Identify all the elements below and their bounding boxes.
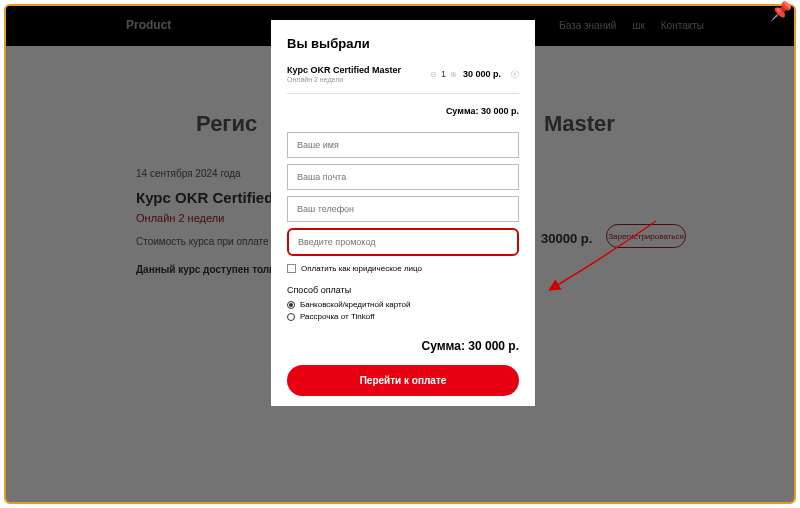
qty-plus-icon[interactable]: ⊕ bbox=[450, 70, 457, 79]
product-subtitle: Онлайн 2 недели bbox=[287, 76, 424, 83]
screenshot-frame: Product База знаний шк Контакты Регис Ma… bbox=[4, 4, 796, 504]
remove-icon[interactable]: ⓧ bbox=[511, 69, 519, 80]
qty-value: 1 bbox=[441, 69, 446, 79]
product-price: 30 000 р. bbox=[463, 69, 501, 79]
radio-icon[interactable] bbox=[287, 301, 295, 309]
modal-title: Вы выбрали bbox=[287, 36, 519, 51]
radio-label: Рассрочка от Tinkoff bbox=[300, 312, 374, 321]
payment-method-label: Способ оплаты bbox=[287, 285, 519, 295]
legal-entity-checkbox-row[interactable]: Оплатить как юридическое лицо bbox=[287, 264, 519, 273]
payment-option-card[interactable]: Банковской/кредитной картой bbox=[287, 300, 519, 309]
promo-input[interactable] bbox=[287, 228, 519, 256]
product-row: Курс OKR Certified Master Онлайн 2 недел… bbox=[287, 65, 519, 94]
total-sum: Сумма: 30 000 р. bbox=[287, 339, 519, 353]
quantity-control: ⊖ 1 ⊕ bbox=[430, 69, 457, 79]
radio-label: Банковской/кредитной картой bbox=[300, 300, 411, 309]
email-input[interactable] bbox=[287, 164, 519, 190]
name-input[interactable] bbox=[287, 132, 519, 158]
subtotal: Сумма: 30 000 р. bbox=[287, 106, 519, 116]
qty-minus-icon[interactable]: ⊖ bbox=[430, 70, 437, 79]
checkbox-icon[interactable] bbox=[287, 264, 296, 273]
pay-button[interactable]: Перейти к оплате bbox=[287, 365, 519, 396]
checkout-modal: Вы выбрали Курс OKR Certified Master Онл… bbox=[271, 20, 535, 406]
product-name: Курс OKR Certified Master Онлайн 2 недел… bbox=[287, 65, 424, 83]
phone-input[interactable] bbox=[287, 196, 519, 222]
payment-option-tinkoff[interactable]: Рассрочка от Tinkoff bbox=[287, 312, 519, 321]
checkbox-label: Оплатить как юридическое лицо bbox=[301, 264, 422, 273]
pushpin-icon: 📌 bbox=[770, 0, 792, 22]
radio-icon[interactable] bbox=[287, 313, 295, 321]
